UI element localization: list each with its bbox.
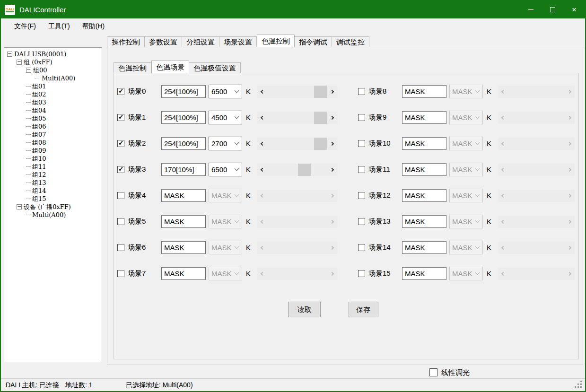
main-tab-1[interactable]: 参数设置	[145, 36, 182, 47]
tree-item-15[interactable]: 组12	[4, 171, 102, 179]
tree-item-20[interactable]: Multi(A00)	[4, 211, 102, 219]
scene-temp-select[interactable]: 4500	[209, 111, 242, 124]
main-tab-6[interactable]: 调试监控	[332, 36, 369, 47]
main-tab-4[interactable]: 色温控制	[257, 35, 295, 47]
tree-item-18[interactable]: 组15	[4, 195, 102, 203]
main-tab-5[interactable]: 指令调试	[295, 36, 332, 47]
scene-temp-select[interactable]: MASK	[449, 267, 483, 280]
scroll-right-icon[interactable]	[330, 271, 334, 275]
scroll-left-icon[interactable]	[261, 115, 264, 119]
scroll-right-icon[interactable]	[568, 115, 571, 119]
read-button[interactable]: 读取	[288, 302, 321, 317]
scene-checkbox[interactable]: ✓	[117, 88, 124, 95]
scroll-right-icon[interactable]	[568, 167, 571, 171]
scene-level-input[interactable]	[402, 215, 446, 228]
scene-level-input[interactable]	[161, 189, 206, 202]
scroll-left-icon[interactable]	[261, 245, 264, 249]
scene-temp-scrollbar[interactable]	[498, 190, 575, 202]
tree-item-11[interactable]: 组08	[4, 139, 102, 147]
scene-checkbox[interactable]	[358, 88, 365, 95]
scene-temp-select[interactable]: MASK	[209, 215, 242, 228]
tree-item-17[interactable]: 组14	[4, 187, 102, 195]
scene-checkbox[interactable]	[358, 192, 365, 199]
scene-temp-scrollbar[interactable]	[498, 164, 575, 176]
scene-level-input[interactable]	[402, 241, 446, 254]
scene-temp-scrollbar[interactable]	[257, 190, 337, 202]
scene-level-input[interactable]	[161, 241, 206, 254]
scene-level-input[interactable]	[161, 111, 206, 124]
scene-level-input[interactable]	[161, 85, 206, 98]
tree-item-12[interactable]: 组09	[4, 147, 102, 155]
maximize-button[interactable]	[542, 1, 563, 18]
scroll-left-icon[interactable]	[261, 193, 264, 197]
scene-level-input[interactable]	[161, 215, 206, 228]
tree-item-3[interactable]: Multi(A00)	[4, 74, 102, 82]
scroll-left-icon[interactable]	[261, 219, 264, 223]
tree-item-16[interactable]: 组13	[4, 179, 102, 187]
tree-item-0[interactable]: −DALI USB(0001)	[4, 50, 102, 58]
scene-temp-scrollbar[interactable]	[498, 138, 575, 150]
scene-level-input[interactable]	[402, 137, 446, 150]
scroll-left-icon[interactable]	[501, 271, 505, 275]
scene-checkbox[interactable]	[117, 218, 124, 225]
tree-expander-icon[interactable]: −	[17, 204, 22, 209]
scene-checkbox[interactable]	[358, 244, 365, 251]
scroll-left-icon[interactable]	[261, 167, 264, 171]
scroll-right-icon[interactable]	[568, 193, 571, 197]
scroll-right-icon[interactable]	[330, 219, 334, 223]
scene-checkbox[interactable]	[358, 270, 365, 277]
scene-temp-scrollbar[interactable]	[257, 112, 337, 124]
scene-temp-select[interactable]: 6500	[209, 85, 242, 98]
scene-temp-scrollbar[interactable]	[257, 216, 337, 228]
scroll-left-icon[interactable]	[501, 245, 505, 249]
scene-temp-select[interactable]: MASK	[449, 189, 483, 202]
scroll-left-icon[interactable]	[261, 141, 264, 145]
tree-expander-icon[interactable]: −	[26, 68, 31, 73]
save-button[interactable]: 保存	[349, 302, 378, 317]
resize-grip-icon[interactable]	[580, 386, 582, 388]
scroll-left-icon[interactable]	[261, 271, 264, 275]
scene-temp-scrollbar[interactable]	[257, 268, 337, 280]
tree-item-8[interactable]: 组05	[4, 114, 102, 122]
tree-item-4[interactable]: 组01	[4, 82, 102, 90]
scene-checkbox[interactable]: ✓	[117, 140, 124, 147]
scene-level-input[interactable]	[402, 189, 446, 202]
main-tab-3[interactable]: 场景设置	[219, 36, 257, 47]
scene-level-input[interactable]	[402, 163, 446, 176]
scroll-left-icon[interactable]	[501, 219, 505, 223]
menu-item-1[interactable]: 工具(T)	[42, 20, 76, 32]
scroll-left-icon[interactable]	[501, 141, 505, 145]
tree-item-7[interactable]: 组04	[4, 106, 102, 114]
scene-temp-select[interactable]: 2700	[209, 137, 242, 150]
tree-item-10[interactable]: 组07	[4, 131, 102, 139]
scene-checkbox[interactable]	[117, 192, 124, 199]
scene-temp-select[interactable]: MASK	[449, 241, 483, 254]
minimize-button[interactable]	[520, 1, 542, 18]
scene-level-input[interactable]	[161, 267, 206, 280]
sub-tab-2[interactable]: 色温极值设置	[189, 62, 241, 73]
scroll-left-icon[interactable]	[261, 89, 264, 93]
tree-item-13[interactable]: 组10	[4, 155, 102, 163]
scroll-right-icon[interactable]	[568, 141, 571, 145]
scrollbar-thumb[interactable]	[314, 86, 327, 98]
scene-temp-select[interactable]: MASK	[449, 85, 483, 98]
scene-temp-scrollbar[interactable]	[257, 164, 337, 176]
scroll-left-icon[interactable]	[501, 115, 505, 119]
scene-checkbox[interactable]	[358, 218, 365, 225]
scrollbar-thumb[interactable]	[314, 112, 327, 124]
main-tab-2[interactable]: 分组设置	[182, 36, 219, 47]
tree-expander-icon[interactable]: −	[7, 52, 12, 57]
scroll-right-icon[interactable]	[330, 115, 334, 119]
scroll-right-icon[interactable]	[568, 245, 571, 249]
scene-level-input[interactable]	[161, 137, 206, 150]
scene-temp-select[interactable]: MASK	[449, 137, 483, 150]
sub-tab-0[interactable]: 色温控制	[114, 62, 151, 73]
scene-temp-select[interactable]: MASK	[449, 215, 483, 228]
linear-dimming-checkbox[interactable]	[429, 368, 437, 376]
tree-item-19[interactable]: −设备 (广播0xFF)	[4, 203, 102, 211]
scroll-right-icon[interactable]	[568, 89, 571, 93]
close-button[interactable]: ×	[563, 1, 585, 18]
scroll-right-icon[interactable]	[330, 89, 334, 93]
tree-item-5[interactable]: 组02	[4, 90, 102, 98]
scene-temp-scrollbar[interactable]	[257, 242, 337, 254]
